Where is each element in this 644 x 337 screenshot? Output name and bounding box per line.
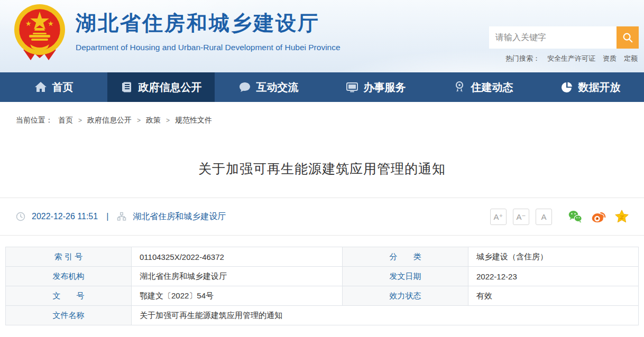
table-row: 发布机构 湖北省住房和城乡建设厅 发文日期 2022-12-23 (6, 267, 639, 286)
breadcrumb-separator: > (137, 117, 141, 124)
main-nav: 首页 政府信息公开 互动交流 办事服务 (0, 72, 644, 102)
article-meta-bar: 2022-12-26 11:51 | 湖北省住房和城乡建设厅 A⁺ A⁻ A (0, 198, 644, 236)
publish-time: 2022-12-26 11:51 (32, 212, 98, 221)
nav-label: 办事服务 (364, 80, 406, 95)
monitor-icon (346, 81, 358, 93)
hot-search-link-3[interactable]: 定额 (624, 54, 638, 63)
nav-label: 首页 (52, 80, 73, 95)
validity-status-label: 效力状态 (343, 286, 468, 306)
breadcrumb-label: 当前位置： (16, 116, 53, 125)
meta-separator: | (106, 212, 108, 221)
document-name-label: 文件名称 (6, 306, 132, 325)
document-number-label: 文 号 (6, 286, 132, 306)
nav-item-gov-info[interactable]: 政府信息公开 (107, 72, 215, 102)
home-icon (34, 81, 47, 93)
nav-item-interaction[interactable]: 互动交流 (215, 72, 322, 102)
page: 湖北省住房和城乡建设厅 Department of Housing and Ur… (0, 0, 644, 337)
nav-item-home[interactable]: 首页 (0, 72, 107, 102)
breadcrumb-normative-docs[interactable]: 规范性文件 (175, 116, 212, 125)
share-icons (568, 209, 629, 224)
nav-label: 政府信息公开 (139, 80, 202, 95)
national-emblem-logo (13, 3, 67, 62)
hot-search-label: 热门搜索： (505, 54, 540, 63)
pie-chart-icon (560, 81, 573, 93)
article-meta-left: 2022-12-26 11:51 | 湖北省住房和城乡建设厅 (16, 211, 226, 222)
search-bar (489, 26, 639, 49)
nav-item-news[interactable]: 住建动态 (429, 72, 537, 102)
category-label: 分 类 (343, 247, 468, 267)
article-title: 关于加强可再生能源建筑应用管理的通知 (0, 160, 644, 177)
font-reset-button[interactable]: A (536, 209, 552, 225)
site-header: 湖北省住房和城乡建设厅 Department of Housing and Ur… (0, 0, 644, 72)
article-source: 湖北省住房和城乡建设厅 (133, 211, 226, 222)
nav-item-services[interactable]: 办事服务 (322, 72, 429, 102)
article-meta-right: A⁺ A⁻ A (490, 209, 629, 225)
hot-search-link-1[interactable]: 安全生产许可证 (547, 54, 595, 63)
hot-search-link-2[interactable]: 资质 (603, 54, 617, 63)
font-smaller-button[interactable]: A⁻ (513, 209, 529, 225)
breadcrumb: 当前位置： 首页 > 政府信息公开 > 政策 > 规范性文件 (0, 102, 644, 125)
nav-label: 数据开放 (578, 80, 621, 95)
weibo-share-icon[interactable] (591, 209, 606, 224)
clock-icon (16, 212, 25, 221)
issue-date-value: 2022-12-23 (468, 267, 639, 286)
document-name-value: 关于加强可再生能源建筑应用管理的通知 (132, 306, 639, 325)
hot-search: 热门搜索： 安全生产许可证 资质 定额 (505, 54, 638, 63)
table-row: 文 号 鄂建文〔2022〕54号 效力状态 有效 (6, 286, 639, 306)
site-titles: 湖北省住房和城乡建设厅 Department of Housing and Ur… (76, 9, 341, 52)
search-icon (622, 32, 633, 43)
breadcrumb-home[interactable]: 首页 (58, 116, 73, 125)
breadcrumb-gov-info[interactable]: 政府信息公开 (87, 116, 132, 125)
document-number-value: 鄂建文〔2022〕54号 (132, 286, 343, 306)
document-icon (121, 81, 133, 93)
search-button[interactable] (617, 26, 639, 49)
site-subtitle: Department of Housing and Urban-Rural De… (76, 43, 341, 52)
index-number-value: 01104325X/2022-46372 (132, 247, 343, 267)
site-title: 湖北省住房和城乡建设厅 (76, 9, 341, 38)
index-number-label: 索 引 号 (6, 247, 132, 267)
qzone-share-icon[interactable] (614, 209, 629, 224)
nav-label: 住建动态 (471, 80, 513, 95)
font-larger-button[interactable]: A⁺ (490, 209, 507, 225)
table-row: 文件名称 关于加强可再生能源建筑应用管理的通知 (6, 306, 639, 325)
organization-icon (117, 212, 126, 221)
nav-item-open-data[interactable]: 数据开放 (537, 72, 644, 102)
issuing-agency-label: 发布机构 (6, 267, 132, 286)
chat-bubble-icon (238, 81, 251, 93)
wechat-share-icon[interactable] (568, 209, 583, 224)
document-info-table: 索 引 号 01104325X/2022-46372 分 类 城乡建设（含住房）… (5, 247, 639, 325)
breadcrumb-separator: > (78, 117, 82, 124)
issuing-agency-value: 湖北省住房和城乡建设厅 (132, 267, 343, 286)
category-value: 城乡建设（含住房） (468, 247, 639, 267)
issue-date-label: 发文日期 (343, 267, 468, 286)
validity-status-value: 有效 (468, 286, 639, 306)
breadcrumb-separator: > (166, 117, 170, 124)
breadcrumb-policy[interactable]: 政策 (146, 116, 161, 125)
table-row: 索 引 号 01104325X/2022-46372 分 类 城乡建设（含住房） (6, 247, 639, 267)
nav-label: 互动交流 (256, 80, 299, 95)
medal-icon (453, 81, 466, 93)
search-input[interactable] (489, 26, 617, 49)
